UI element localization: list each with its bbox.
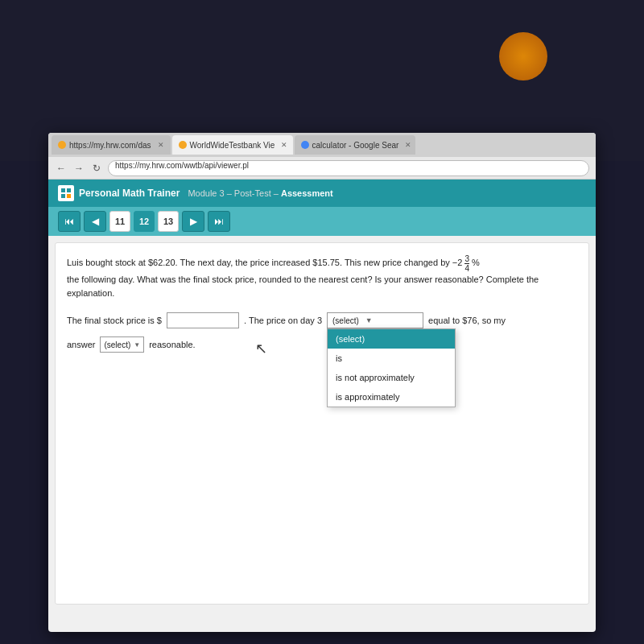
- dropdown-option-select[interactable]: (select): [328, 329, 455, 349]
- tab-calc[interactable]: calculator - Google Sear ✕: [295, 135, 415, 155]
- logo-text: Personal Math Trainer: [79, 188, 180, 199]
- dropdown-option-is-not-approx[interactable]: is not approximately: [328, 368, 455, 387]
- select-day3-container: (select) ▼ (select) is is not approximat…: [327, 312, 423, 328]
- tab-label-calc: calculator - Google Sear: [312, 141, 399, 150]
- select-reasonable-trigger[interactable]: (select) ▼: [100, 336, 144, 353]
- tab-wwtb[interactable]: WorldWideTestbank Vie ✕: [172, 135, 293, 155]
- answer-row-2: answer (select) ▼ reasonable.: [67, 336, 577, 353]
- fraction: 3 4: [464, 254, 469, 273]
- last-page-button[interactable]: ⏭: [208, 211, 230, 232]
- tab-label-hrw: https://my.hrw.com/das: [69, 141, 151, 150]
- select-day3-trigger[interactable]: (select) ▼: [327, 312, 423, 328]
- address-bar: ← → ↻ https://my.hrw.com/wwtb/api/viewer…: [48, 157, 596, 180]
- address-input[interactable]: https://my.hrw.com/wwtb/api/viewer.pl: [108, 160, 589, 176]
- answer-label-3: equal to $76, so my: [428, 316, 506, 325]
- browser-window: https://my.hrw.com/das ✕ WorldWideTestba…: [48, 133, 596, 632]
- dropdown-option-is-approx[interactable]: is approximately: [328, 387, 455, 407]
- tab-label-wwtb: WorldWideTestbank Vie: [190, 141, 275, 150]
- prev-page-button[interactable]: ◀: [84, 211, 106, 232]
- fraction-numerator: 3: [464, 254, 469, 264]
- svg-rect-2: [61, 194, 65, 198]
- select-day3-value: (select): [332, 316, 359, 325]
- tab-close-wwtb[interactable]: ✕: [281, 141, 287, 149]
- tab-close-hrw[interactable]: ✕: [158, 141, 164, 149]
- fraction-denominator: 4: [464, 264, 469, 273]
- refresh-button[interactable]: ↻: [90, 162, 103, 175]
- content-area: Luis bought stock at $62.20. The next da…: [55, 242, 589, 605]
- question-text-part3: the following day. What was the final st…: [67, 275, 539, 298]
- tab-favicon-wwtb: [179, 141, 187, 149]
- answer-label-5: reasonable.: [149, 340, 196, 349]
- stock-price-input[interactable]: [167, 312, 239, 328]
- next-page-button[interactable]: ▶: [182, 211, 204, 232]
- nav-bar: ⏮ ◀ 11 12 13 ▶ ⏭: [48, 207, 596, 236]
- back-button[interactable]: ←: [55, 162, 68, 175]
- dropdown-option-is[interactable]: is: [328, 349, 455, 368]
- question-text-part2: %: [472, 258, 480, 267]
- app-logo: Personal Math Trainer: [58, 185, 180, 201]
- module-title-part: Module 3 – Post-Test –: [188, 188, 281, 198]
- module-title-bold: Assessment: [281, 188, 333, 198]
- page-12-button[interactable]: 12: [134, 211, 155, 232]
- answer-row-1: The final stock price is $ . The price o…: [67, 312, 577, 328]
- tab-hrw[interactable]: https://my.hrw.com/das ✕: [52, 135, 171, 155]
- module-title: Module 3 – Post-Test – Assessment: [188, 188, 332, 198]
- tab-close-calc[interactable]: ✕: [405, 141, 411, 149]
- svg-rect-1: [67, 188, 71, 192]
- page-13-button[interactable]: 13: [158, 211, 179, 232]
- app-header: Personal Math Trainer Module 3 – Post-Te…: [48, 180, 596, 207]
- tab-favicon-calc: [301, 141, 309, 149]
- select-day3-arrow: ▼: [365, 316, 373, 324]
- select-reasonable-value: (select): [104, 341, 130, 349]
- forward-button[interactable]: →: [72, 162, 85, 175]
- answer-label-1: The final stock price is $: [67, 316, 162, 325]
- page-11-button[interactable]: 11: [109, 211, 130, 232]
- first-page-button[interactable]: ⏮: [58, 211, 80, 232]
- select-day3-dropdown: (select) is is not approximately is appr…: [327, 328, 456, 407]
- answer-label-4: answer: [67, 340, 95, 349]
- tab-bar: https://my.hrw.com/das ✕ WorldWideTestba…: [48, 133, 596, 157]
- question-text: Luis bought stock at $62.20. The next da…: [67, 254, 577, 299]
- logo-svg: [60, 188, 72, 199]
- tab-favicon-hrw: [58, 141, 66, 149]
- light-orb: [499, 32, 547, 80]
- svg-rect-3: [67, 194, 71, 198]
- select-reasonable-arrow: ▼: [134, 341, 140, 349]
- svg-rect-0: [61, 188, 65, 192]
- question-text-part1: Luis bought stock at $62.20. The next da…: [67, 258, 462, 267]
- logo-icon: [58, 185, 74, 201]
- answer-label-2: . The price on day 3: [244, 316, 322, 325]
